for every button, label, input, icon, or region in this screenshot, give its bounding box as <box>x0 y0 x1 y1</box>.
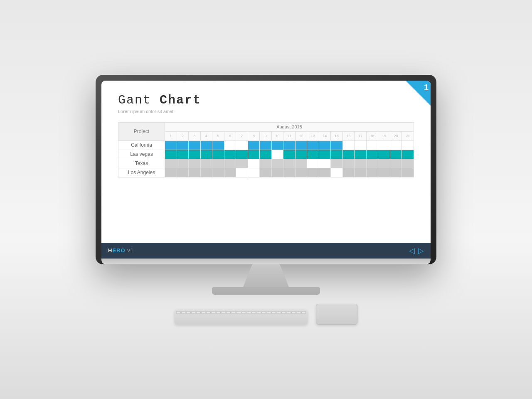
gantt-cell <box>366 159 378 168</box>
key <box>271 311 276 314</box>
monitor-stand-base <box>212 287 320 295</box>
gantt-cell <box>307 140 319 150</box>
gantt-cell <box>390 140 402 150</box>
gantt-cell <box>248 140 260 150</box>
gantt-cell <box>366 168 378 177</box>
gantt-cell <box>342 168 355 177</box>
gantt-day-header: 13 <box>307 131 319 140</box>
gantt-day-header: 17 <box>355 131 367 140</box>
gantt-cell <box>355 140 367 150</box>
gantt-cell <box>236 150 248 159</box>
gantt-cell <box>319 140 331 150</box>
gantt-cell <box>165 150 177 159</box>
key <box>196 311 201 314</box>
key <box>251 311 256 314</box>
toolbar: HERO v1 ◁ ▷ <box>101 243 431 259</box>
title-regular: Gant <box>118 93 160 107</box>
gantt-cell <box>165 168 177 177</box>
gantt-cell <box>236 140 248 150</box>
gantt-day-header: 3 <box>189 131 201 140</box>
gantt-cell <box>307 150 319 159</box>
gantt-cell <box>224 168 236 177</box>
gantt-cell <box>189 168 201 177</box>
key <box>246 311 251 314</box>
gantt-cell <box>402 150 414 159</box>
project-label: Texas <box>118 159 165 168</box>
gantt-cell <box>295 140 307 150</box>
gantt-day-header: 4 <box>200 131 212 140</box>
project-label: Los Angeles <box>118 168 165 177</box>
gantt-cell <box>260 150 272 159</box>
brand-label: HERO v1 <box>108 247 134 254</box>
toolbar-navigation: ◁ ▷ <box>409 246 424 255</box>
key <box>236 311 241 314</box>
title-bold: Chart <box>160 93 201 107</box>
key <box>281 311 286 314</box>
gantt-day-header: 2 <box>177 131 189 140</box>
gantt-cell <box>331 159 343 168</box>
gantt-cell <box>355 168 367 177</box>
gantt-day-header: 5 <box>212 131 224 140</box>
gantt-cell <box>390 159 402 168</box>
gantt-cell <box>319 168 331 177</box>
brand-h: H <box>108 247 112 254</box>
gantt-day-header: 11 <box>283 131 296 140</box>
gantt-cell <box>212 140 224 150</box>
monitor: 1 Gant Chart Lorem ipaum dolor sit amet … <box>96 75 436 264</box>
nav-prev-button[interactable]: ◁ <box>409 246 415 255</box>
gantt-cell <box>283 168 296 177</box>
gantt-chart: Project August 2015 12345678910111213141… <box>118 122 414 177</box>
gantt-day-header: 7 <box>236 131 248 140</box>
key <box>181 311 186 314</box>
keyboard <box>175 310 308 325</box>
gantt-cell <box>390 150 402 159</box>
monitor-bottom-bezel <box>101 259 431 264</box>
gantt-cell <box>366 150 378 159</box>
key <box>176 311 181 314</box>
gantt-cell <box>224 140 236 150</box>
project-label: Las vegas <box>118 150 165 159</box>
key <box>291 311 296 314</box>
gantt-cell <box>307 168 319 177</box>
gantt-cell <box>248 168 260 177</box>
gantt-cell <box>319 159 331 168</box>
gantt-cell <box>212 150 224 159</box>
gantt-cell <box>307 159 319 168</box>
key <box>256 311 261 314</box>
gantt-day-header: 6 <box>224 131 236 140</box>
key <box>211 311 216 314</box>
gantt-cell <box>212 159 224 168</box>
key <box>191 311 196 314</box>
gantt-cell <box>402 140 414 150</box>
key <box>216 311 221 314</box>
gantt-cell <box>200 140 212 150</box>
slide-subtitle: Lorem ipaum dolor sit amet <box>118 109 414 114</box>
gantt-cell <box>355 150 367 159</box>
gantt-day-header: 18 <box>366 131 378 140</box>
gantt-cell <box>212 168 224 177</box>
gantt-cell <box>342 140 355 150</box>
gantt-cell <box>189 140 201 150</box>
gantt-day-header: 8 <box>248 131 260 140</box>
gantt-cell <box>189 159 201 168</box>
gantt-row: Texas <box>118 159 414 168</box>
key <box>276 311 281 314</box>
gantt-cell <box>236 159 248 168</box>
gantt-cell <box>260 140 272 150</box>
gantt-cell <box>248 150 260 159</box>
gantt-cell <box>200 159 212 168</box>
gantt-cell <box>342 150 355 159</box>
gantt-cell <box>331 150 343 159</box>
key <box>241 311 246 314</box>
gantt-cell <box>236 168 248 177</box>
slide-title: Gant Chart <box>118 93 414 107</box>
key <box>286 311 291 314</box>
key <box>231 311 236 314</box>
gantt-cell <box>342 159 355 168</box>
gantt-day-header: 12 <box>295 131 307 140</box>
key <box>266 311 271 314</box>
gantt-cell <box>260 168 272 177</box>
gantt-project-header: Project <box>118 122 165 140</box>
key <box>206 311 211 314</box>
nav-next-button[interactable]: ▷ <box>418 246 424 255</box>
